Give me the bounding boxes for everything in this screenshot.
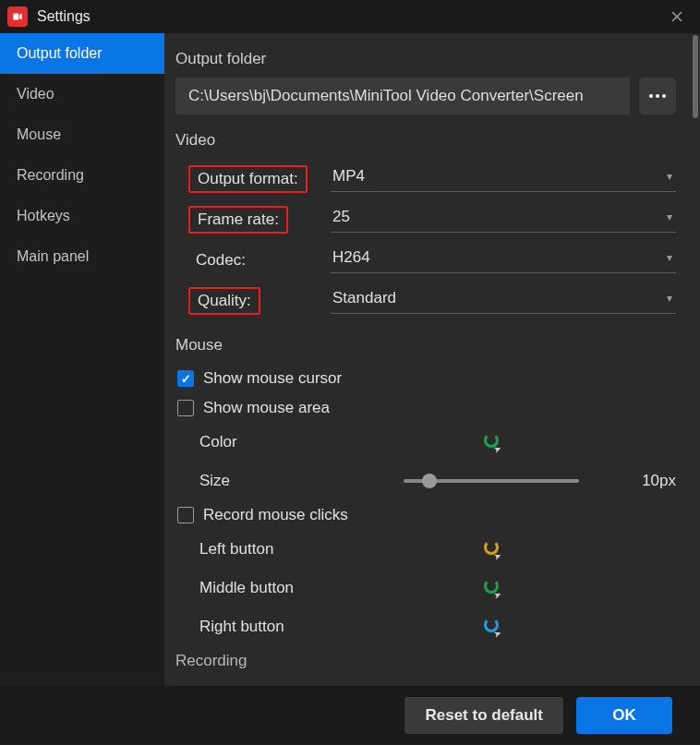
label-quality: Quality: (188, 287, 260, 315)
app-icon (7, 6, 28, 27)
label-middle-button: Middle button (199, 579, 361, 597)
label-record-clicks: Record mouse clicks (203, 506, 348, 524)
label-frame-rate: Frame rate: (188, 206, 288, 234)
row-area-size: Size 10px (199, 462, 676, 500)
row-codec: Codec: H264 ▾ (175, 240, 676, 281)
sidebar: Output folder Video Mouse Recording Hotk… (0, 33, 164, 686)
title-bar: Settings (0, 0, 700, 33)
row-quality: Quality: Standard ▾ (175, 281, 676, 321)
row-show-cursor: Show mouse cursor (177, 364, 676, 393)
window-title: Settings (37, 8, 91, 25)
slider-knob[interactable] (422, 474, 437, 488)
row-output-format: Output format: MP4 ▾ (175, 159, 676, 199)
label-show-area: Show mouse area (203, 399, 330, 417)
scrollbar[interactable] (693, 35, 698, 686)
output-folder-row: C:\Users\bj\Documents\MiniTool Video Con… (175, 78, 676, 114)
sidebar-item-label: Output folder (17, 45, 103, 62)
browse-folder-button[interactable] (639, 78, 676, 114)
chevron-down-icon: ▾ (667, 210, 672, 223)
cursor-ring-icon: ➤ (482, 433, 501, 451)
value-area-size: 10px (621, 472, 676, 490)
close-button[interactable] (665, 5, 689, 29)
row-record-clicks: Record mouse clicks (177, 500, 676, 530)
row-left-button: Left button ➤ (199, 530, 676, 569)
sidebar-item-label: Mouse (17, 126, 61, 143)
reset-button[interactable]: Reset to default (404, 697, 563, 734)
section-heading-mouse: Mouse (175, 336, 676, 354)
dropdown-quality[interactable]: Standard ▾ (331, 289, 676, 314)
sidebar-item-main-panel[interactable]: Main panel (0, 236, 164, 277)
left-click-indicator[interactable]: ➤ (361, 540, 621, 559)
section-heading-video: Video (175, 131, 676, 150)
right-click-indicator[interactable]: ➤ (361, 618, 621, 636)
chevron-down-icon: ▾ (667, 292, 672, 305)
scrollbar-thumb[interactable] (693, 35, 698, 118)
sidebar-item-label: Main panel (17, 248, 89, 265)
value-quality: Standard (332, 289, 396, 307)
checkbox-show-area[interactable] (177, 400, 194, 416)
label-area-color: Color (199, 433, 361, 451)
cursor-ring-icon: ➤ (482, 579, 501, 597)
chevron-down-icon: ▾ (667, 251, 672, 264)
dropdown-codec[interactable]: H264 ▾ (331, 248, 676, 273)
cursor-ring-icon: ➤ (482, 618, 501, 636)
row-area-color: Color ➤ (199, 423, 676, 462)
checkbox-show-cursor[interactable] (177, 370, 194, 387)
label-output-format: Output format: (188, 165, 308, 193)
chevron-down-icon: ▾ (667, 170, 672, 183)
row-middle-button: Middle button ➤ (199, 569, 676, 607)
settings-window: Settings Output folder Video Mouse Recor… (0, 0, 700, 745)
output-folder-path: C:\Users\bj\Documents\MiniTool Video Con… (188, 87, 584, 105)
row-frame-rate: Frame rate: 25 ▾ (175, 199, 676, 240)
reset-button-label: Reset to default (425, 706, 543, 725)
sidebar-item-label: Video (17, 86, 54, 102)
close-icon (671, 11, 682, 22)
value-frame-rate: 25 (332, 208, 350, 226)
section-heading-output-folder: Output folder (175, 50, 676, 68)
sidebar-item-video[interactable]: Video (0, 74, 164, 114)
ok-button[interactable]: OK (576, 697, 672, 734)
section-heading-recording: Recording (175, 652, 676, 670)
ellipsis-icon (649, 94, 666, 98)
ok-button-label: OK (612, 706, 636, 725)
sidebar-item-hotkeys[interactable]: Hotkeys (0, 196, 164, 236)
row-show-area: Show mouse area (177, 393, 676, 423)
label-left-button: Left button (199, 540, 361, 559)
dropdown-frame-rate[interactable]: 25 ▾ (331, 208, 676, 233)
sidebar-item-label: Recording (17, 167, 84, 184)
footer-bar: Reset to default OK (0, 686, 700, 745)
content-area: Output folder C:\Users\bj\Documents\Mini… (164, 33, 700, 686)
checkbox-record-clicks[interactable] (177, 507, 194, 523)
slider-area-size[interactable] (404, 479, 579, 483)
output-folder-field[interactable]: C:\Users\bj\Documents\MiniTool Video Con… (175, 78, 630, 114)
window-body: Output folder Video Mouse Recording Hotk… (0, 33, 700, 686)
value-codec: H264 (332, 248, 370, 267)
dropdown-output-format[interactable]: MP4 ▾ (331, 167, 676, 192)
sidebar-item-label: Hotkeys (17, 208, 70, 224)
label-show-cursor: Show mouse cursor (203, 369, 342, 388)
value-output-format: MP4 (332, 167, 365, 186)
sidebar-item-recording[interactable]: Recording (0, 155, 164, 196)
sidebar-item-output-folder[interactable]: Output folder (0, 33, 164, 74)
middle-click-indicator[interactable]: ➤ (361, 579, 621, 597)
label-right-button: Right button (199, 618, 361, 636)
cursor-ring-icon: ➤ (482, 540, 501, 559)
label-codec: Codec: (188, 248, 253, 272)
row-right-button: Right button ➤ (199, 607, 676, 646)
content-scroll: Output folder C:\Users\bj\Documents\Mini… (164, 33, 693, 686)
sidebar-item-mouse[interactable]: Mouse (0, 114, 164, 155)
area-color-indicator[interactable]: ➤ (361, 433, 621, 451)
label-area-size: Size (199, 472, 361, 490)
